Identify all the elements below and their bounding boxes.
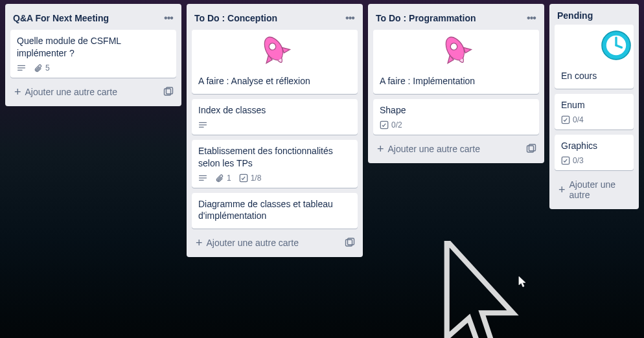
add-card-button[interactable]: + Ajouter une autre xyxy=(555,177,634,203)
svg-rect-9 xyxy=(199,175,207,175)
card-cover-rocket xyxy=(192,30,358,71)
attachments-badge: 5 xyxy=(34,63,50,73)
card-title: En cours xyxy=(561,70,627,82)
list-pending: Pending En cours Enum xyxy=(549,4,639,209)
attachments-count: 1 xyxy=(227,174,231,183)
checklist-badge: 0/2 xyxy=(380,120,402,130)
checklist-count: 0/4 xyxy=(573,115,584,124)
card-title: A faire : Analyse et réflexion xyxy=(198,75,351,87)
card[interactable]: Quelle module de CSFML implémenter ? 5 xyxy=(10,30,176,78)
rocket-icon xyxy=(257,32,293,69)
create-from-template-button[interactable] xyxy=(342,235,358,251)
svg-rect-0 xyxy=(17,65,25,65)
attachments-count: 5 xyxy=(45,63,50,73)
plus-icon: + xyxy=(377,144,384,153)
checklist-badge: 0/3 xyxy=(561,156,584,165)
card-title: Enum xyxy=(561,99,627,111)
checklist-badge: 1/8 xyxy=(239,174,262,183)
clock-icon xyxy=(599,28,634,63)
svg-rect-1 xyxy=(17,67,25,68)
checklist-count: 0/3 xyxy=(573,156,584,165)
add-card-label: Ajouter une autre xyxy=(569,179,630,200)
plus-icon: + xyxy=(196,238,203,247)
add-card-label: Ajouter une autre carte xyxy=(207,238,299,248)
card[interactable]: Index de classes xyxy=(192,99,358,135)
svg-rect-11 xyxy=(199,179,204,180)
checklist-count: 0/2 xyxy=(391,120,402,130)
list-title[interactable]: To Do : Conception xyxy=(194,13,277,23)
card[interactable]: En cours xyxy=(555,25,634,89)
svg-rect-6 xyxy=(199,122,207,122)
card-cover-clock xyxy=(555,25,634,66)
list-programmation: To Do : Programmation ••• A xyxy=(368,4,544,163)
list-menu-button[interactable]: ••• xyxy=(523,10,539,26)
card-title: Etablissement des fonctionnalités selon … xyxy=(198,145,351,170)
checklist-badge: 0/4 xyxy=(561,115,584,124)
svg-rect-2 xyxy=(17,69,23,70)
add-card-label: Ajouter une autre carte xyxy=(388,144,480,154)
attachments-badge: 1 xyxy=(215,174,231,183)
card[interactable]: Enum 0/4 xyxy=(555,94,634,130)
list-menu-button[interactable]: ••• xyxy=(342,10,358,26)
board: Q&A For Next Meeting ••• Quelle module d… xyxy=(0,0,644,338)
rocket-icon xyxy=(438,32,474,69)
add-card-button[interactable]: + Ajouter une autre carte xyxy=(10,84,121,100)
add-card-button[interactable]: + Ajouter une autre carte xyxy=(373,141,484,157)
card[interactable]: Shape 0/2 xyxy=(373,99,539,135)
description-icon xyxy=(198,120,207,130)
svg-rect-10 xyxy=(199,177,207,178)
list-conception: To Do : Conception ••• A fai xyxy=(187,4,363,257)
create-from-template-button[interactable] xyxy=(523,141,539,157)
card[interactable]: A faire : Implémentation xyxy=(373,30,539,94)
card-title: A faire : Implémentation xyxy=(380,75,533,87)
add-card-label: Ajouter une autre carte xyxy=(25,87,117,97)
checklist-count: 1/8 xyxy=(251,174,262,183)
list-title[interactable]: Pending xyxy=(557,10,593,21)
create-from-template-button[interactable] xyxy=(161,84,176,100)
card[interactable]: Etablissement des fonctionnalités selon … xyxy=(192,140,358,188)
description-icon xyxy=(17,63,26,73)
card[interactable]: Diagramme de classes et tableau d'implém… xyxy=(192,193,358,229)
card[interactable]: A faire : Analyse et réflexion xyxy=(192,30,358,94)
description-icon xyxy=(198,174,207,183)
plus-icon: + xyxy=(558,185,566,194)
list-title[interactable]: Q&A For Next Meeting xyxy=(13,13,109,23)
svg-rect-7 xyxy=(199,124,207,125)
card-title: Graphics xyxy=(561,140,627,152)
card-title: Index de classes xyxy=(198,104,351,117)
add-card-button[interactable]: + Ajouter une autre carte xyxy=(192,235,303,251)
card[interactable]: Graphics 0/3 xyxy=(555,135,634,170)
card-cover-rocket xyxy=(373,30,539,71)
list-title[interactable]: To Do : Programmation xyxy=(376,13,476,23)
card-title: Diagramme de classes et tableau d'implém… xyxy=(198,198,351,223)
card-title: Quelle module de CSFML implémenter ? xyxy=(17,35,170,60)
list-menu-button[interactable]: ••• xyxy=(161,10,176,26)
svg-rect-8 xyxy=(199,126,204,127)
card-title: Shape xyxy=(380,104,533,117)
list-qa: Q&A For Next Meeting ••• Quelle module d… xyxy=(5,4,181,106)
plus-icon: + xyxy=(14,87,21,96)
